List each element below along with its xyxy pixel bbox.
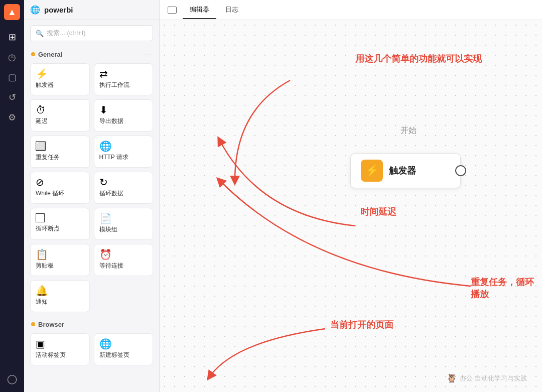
new-tab-icon: 🌐: [99, 339, 112, 349]
node-delay[interactable]: ⏱ 延迟: [30, 99, 90, 132]
sidebar-item-user[interactable]: ◯: [3, 370, 21, 388]
loop-break-icon: [36, 213, 45, 222]
notify-icon: 🔔: [36, 286, 48, 296]
repeat-task-icon: ⬜: [36, 141, 46, 151]
sidebar-item-history[interactable]: ↺: [3, 88, 21, 106]
watermark: 🦉 办公·自动化学习与实践: [447, 373, 527, 383]
export-data-label: 导出数据: [99, 117, 123, 125]
search-icon: 🔍: [36, 30, 44, 37]
section-general-title: General: [31, 51, 62, 58]
node-export-data[interactable]: ⬇ 导出数据: [94, 99, 154, 132]
main-area: 编辑器 日志 用这几个简单的功能就可以实现 时间延迟 重复任务，循环播放 当前打…: [160, 0, 542, 392]
module-group-icon: 📄: [99, 213, 112, 223]
export-data-icon: ⬇: [99, 105, 108, 115]
tab-editor[interactable]: 编辑器: [183, 1, 216, 19]
node-clipboard[interactable]: 📋 剪贴板: [30, 244, 90, 276]
canvas-trigger-label: 触发器: [389, 165, 416, 177]
start-label: 开始: [400, 125, 417, 136]
active-tab-icon: ▣: [36, 339, 45, 349]
section-browser-header: Browser —: [24, 316, 159, 331]
loop-data-label: 循环数据: [99, 189, 123, 198]
http-request-icon: 🌐: [99, 141, 112, 151]
tab-log[interactable]: 日志: [218, 1, 245, 19]
tab-bar: 编辑器 日志: [160, 0, 542, 20]
node-loop-data[interactable]: ↻ 循环数据: [94, 172, 154, 204]
node-active-tab[interactable]: ▣ 活动标签页: [30, 333, 90, 365]
exec-workflow-icon: ⇄: [99, 69, 108, 79]
exec-workflow-label: 执行工作流: [99, 81, 129, 89]
trigger-label: 触发器: [36, 81, 54, 89]
while-loop-label: While 循环: [36, 189, 64, 198]
watermark-text: 办公·自动化学习与实践: [460, 374, 527, 383]
delay-icon: ⏱: [36, 105, 46, 115]
annotation-4: 当前打开的页面: [330, 319, 393, 331]
sidebar: 🌐 powerbi 🔍 搜索... (ctrl+f) General — ⚡ 触…: [24, 0, 160, 392]
loop-break-label: 循环断点: [36, 224, 60, 233]
canvas[interactable]: 用这几个简单的功能就可以实现 时间延迟 重复任务，循环播放 当前打开的页面 开始…: [160, 20, 542, 392]
icon-bar: ▲ ⊞ ◷ ▢ ↺ ⚙ ◯: [0, 0, 24, 392]
nodes-grid-general: ⚡ 触发器 ⇄ 执行工作流 ⏱ 延迟 ⬇ 导出数据 ⬜ 重复任务 🌐 HTTP …: [24, 61, 159, 316]
node-notify[interactable]: 🔔 通知: [30, 280, 90, 312]
trigger-icon: ⚡: [36, 69, 48, 79]
section-general-header: General —: [24, 46, 159, 61]
delay-label: 延迟: [36, 117, 48, 125]
search-placeholder: 搜索... (ctrl+f): [47, 29, 86, 38]
active-tab-label: 活动标签页: [36, 351, 66, 359]
sidebar-title: powerbi: [44, 6, 73, 14]
loop-data-icon: ↻: [99, 177, 108, 187]
node-trigger[interactable]: ⚡ 触发器: [30, 63, 90, 95]
node-module-group[interactable]: 📄 模块组: [94, 208, 154, 240]
while-loop-icon: ⊘: [36, 177, 44, 187]
panel-icon: [168, 7, 177, 14]
section-dot-browser: [31, 322, 35, 326]
node-repeat-task[interactable]: ⬜ 重复任务: [30, 136, 90, 168]
canvas-trigger-node[interactable]: ⚡ 触发器: [350, 153, 461, 188]
nodes-grid-browser: ▣ 活动标签页 🌐 新建标签页: [24, 331, 159, 369]
annotation-2: 时间延迟: [360, 206, 396, 218]
node-new-tab[interactable]: 🌐 新建标签页: [94, 333, 154, 365]
wait-connect-label: 等待连接: [99, 262, 123, 270]
http-request-label: HTTP 请求: [99, 153, 128, 162]
sidebar-item-square[interactable]: ▢: [3, 68, 21, 86]
sidebar-header: 🌐 powerbi: [24, 0, 159, 20]
section-dot-general: [31, 52, 35, 56]
notify-label: 通知: [36, 298, 48, 306]
search-bar[interactable]: 🔍 搜索... (ctrl+f): [30, 25, 153, 41]
node-http-request[interactable]: 🌐 HTTP 请求: [94, 136, 154, 168]
sidebar-item-settings[interactable]: ⚙: [3, 108, 21, 126]
section-browser-title: Browser: [31, 321, 64, 328]
node-wait-connect[interactable]: ⏰ 等待连接: [94, 244, 154, 276]
annotation-3: 重复任务，循环播放: [471, 276, 542, 300]
arrows-overlay: [160, 20, 542, 392]
node-loop-break[interactable]: 循环断点: [30, 208, 90, 240]
section-browser-collapse[interactable]: —: [145, 320, 152, 328]
sidebar-item-clock[interactable]: ◷: [3, 48, 21, 66]
watermark-icon: 🦉: [447, 373, 457, 383]
app-logo[interactable]: ▲: [4, 4, 20, 20]
wait-connect-icon: ⏰: [99, 249, 112, 259]
module-group-label: 模块组: [99, 225, 117, 234]
new-tab-label: 新建标签页: [99, 351, 129, 359]
clipboard-label: 剪贴板: [36, 262, 54, 270]
node-exec-workflow[interactable]: ⇄ 执行工作流: [94, 63, 154, 95]
canvas-trigger-icon: ⚡: [361, 160, 383, 182]
sidebar-item-grid[interactable]: ⊞: [3, 28, 21, 46]
canvas-node-output[interactable]: [455, 165, 466, 176]
clipboard-icon: 📋: [36, 249, 48, 259]
section-general-collapse[interactable]: —: [145, 50, 152, 58]
node-while-loop[interactable]: ⊘ While 循环: [30, 172, 90, 204]
repeat-task-label: 重复任务: [36, 153, 60, 162]
annotation-1: 用这几个简单的功能就可以实现: [355, 53, 482, 65]
